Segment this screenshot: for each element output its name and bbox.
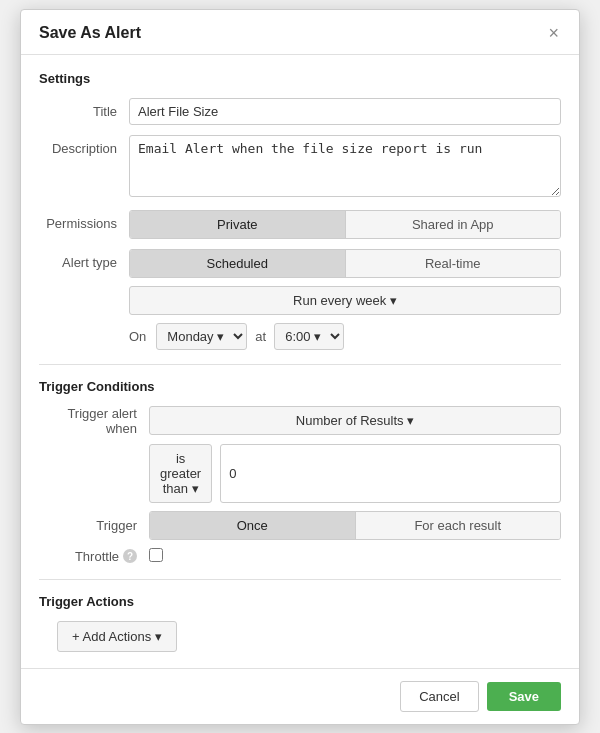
close-button[interactable]: × — [546, 24, 561, 42]
run-schedule-dropdown[interactable]: Run every week ▾ — [129, 286, 561, 315]
permissions-shared-btn[interactable]: Shared in App — [346, 211, 561, 238]
modal-body: Settings Title Description Email Alert w… — [21, 55, 579, 668]
throttle-checkbox[interactable] — [149, 548, 163, 562]
title-input-wrap — [129, 98, 561, 125]
description-label: Description — [39, 135, 129, 156]
alert-type-realtime-btn[interactable]: Real-time — [346, 250, 561, 277]
throttle-checkbox-wrap — [149, 548, 163, 565]
trigger-when-row: Trigger alert when Number of Results ▾ — [39, 406, 561, 436]
condition-operator-dropdown[interactable]: is greater than ▾ — [149, 444, 212, 503]
alert-type-label: Alert type — [39, 249, 129, 270]
run-schedule-wrap: Run every week ▾ — [129, 286, 561, 315]
title-row: Title — [39, 98, 561, 125]
at-label: at — [255, 329, 266, 344]
cancel-button[interactable]: Cancel — [400, 681, 478, 712]
description-input[interactable]: Email Alert when the file size report is… — [129, 135, 561, 197]
trigger-when-label: Trigger alert when — [39, 406, 149, 436]
section-divider-2 — [39, 579, 561, 580]
condition-row: is greater than ▾ — [39, 444, 561, 503]
condition-value-input[interactable] — [220, 444, 561, 503]
time-select[interactable]: 6:00 ▾ — [274, 323, 344, 350]
trigger-each-result-btn[interactable]: For each result — [356, 512, 561, 539]
alert-type-toggle: Scheduled Real-time — [129, 249, 561, 278]
alert-type-scheduled-btn[interactable]: Scheduled — [130, 250, 346, 277]
title-input[interactable] — [129, 98, 561, 125]
permissions-row: Permissions Private Shared in App — [39, 210, 561, 239]
add-actions-button[interactable]: + Add Actions ▾ — [57, 621, 177, 652]
throttle-label: Throttle — [75, 549, 119, 564]
trigger-once-btn[interactable]: Once — [150, 512, 356, 539]
schedule-on-row: On Monday ▾ at 6:00 ▾ — [129, 323, 561, 350]
trigger-control: Once For each result — [149, 511, 561, 540]
alert-type-wrap: Scheduled Real-time Run every week ▾ On … — [129, 249, 561, 350]
permissions-toggle: Private Shared in App — [129, 210, 561, 239]
description-row: Description Email Alert when the file si… — [39, 135, 561, 200]
trigger-once-row: Trigger Once For each result — [39, 511, 561, 540]
trigger-toggle: Once For each result — [149, 511, 561, 540]
trigger-conditions-title: Trigger Conditions — [39, 379, 561, 394]
on-label: On — [129, 329, 146, 344]
section-divider-1 — [39, 364, 561, 365]
alert-type-row: Alert type Scheduled Real-time Run every… — [39, 249, 561, 350]
add-actions-wrap: + Add Actions ▾ — [39, 621, 561, 652]
throttle-row: Throttle ? — [39, 548, 561, 565]
title-label: Title — [39, 98, 129, 119]
modal-header: Save As Alert × — [21, 10, 579, 55]
add-actions-label: + Add Actions ▾ — [72, 629, 162, 644]
permissions-toggle-wrap: Private Shared in App — [129, 210, 561, 239]
modal-dialog: Save As Alert × Settings Title Descripti… — [20, 9, 580, 725]
settings-section-title: Settings — [39, 71, 561, 86]
modal-footer: Cancel Save — [21, 668, 579, 724]
modal-title: Save As Alert — [39, 24, 141, 42]
trigger-when-control: Number of Results ▾ — [149, 406, 561, 435]
save-button[interactable]: Save — [487, 682, 561, 711]
trigger-label: Trigger — [39, 518, 149, 533]
permissions-label: Permissions — [39, 210, 129, 231]
permissions-private-btn[interactable]: Private — [130, 211, 346, 238]
throttle-label-wrap: Throttle ? — [39, 549, 149, 564]
day-select[interactable]: Monday ▾ — [156, 323, 247, 350]
trigger-when-dropdown[interactable]: Number of Results ▾ — [149, 406, 561, 435]
trigger-actions-title: Trigger Actions — [39, 594, 561, 609]
description-input-wrap: Email Alert when the file size report is… — [129, 135, 561, 200]
throttle-help-icon[interactable]: ? — [123, 549, 137, 563]
